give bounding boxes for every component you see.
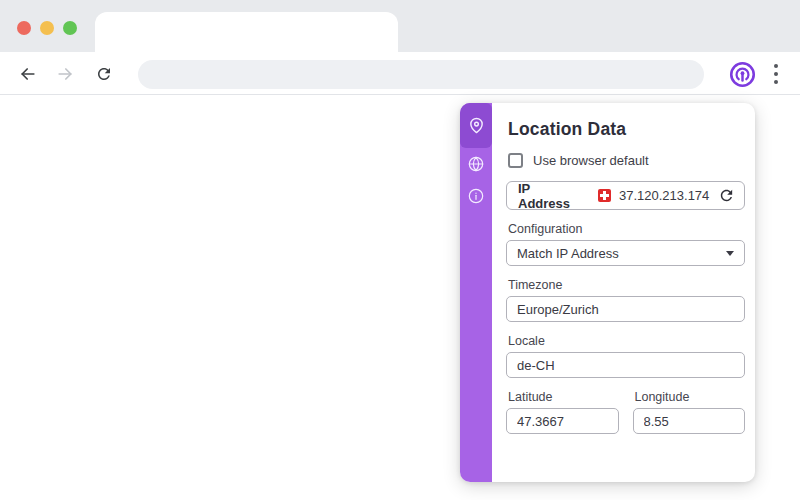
latitude-input[interactable]: [506, 408, 619, 434]
vytal-extension-icon: [729, 61, 756, 88]
reload-icon: [95, 65, 113, 83]
browser-toolbar: [0, 52, 800, 95]
browser-tab[interactable]: [95, 12, 398, 52]
sidebar-tab-browser[interactable]: [460, 148, 492, 180]
ip-refresh-button[interactable]: [717, 187, 735, 205]
longitude-input[interactable]: [633, 408, 746, 434]
configuration-select[interactable]: Match IP Address: [506, 240, 745, 266]
page-title: Location Data: [508, 119, 745, 140]
close-window-button[interactable]: [17, 21, 31, 35]
url-bar[interactable]: [138, 60, 704, 89]
refresh-icon: [718, 187, 735, 204]
switzerland-flag-icon: [598, 189, 611, 202]
browser-tab-strip: [0, 0, 800, 52]
timezone-label: Timezone: [508, 278, 745, 292]
ip-address-label: IP Address: [518, 181, 584, 211]
location-data-panel: Location Data Use browser default IP Add…: [460, 103, 755, 482]
back-arrow-icon: [18, 64, 38, 84]
globe-icon: [468, 156, 484, 172]
back-button[interactable]: [15, 61, 41, 87]
ip-address-value: 37.120.213.174: [619, 188, 709, 203]
use-browser-default-label: Use browser default: [533, 153, 649, 168]
configuration-label: Configuration: [508, 222, 745, 236]
panel-content: Location Data Use browser default IP Add…: [492, 103, 755, 482]
vytal-extension-button[interactable]: [728, 60, 756, 88]
configuration-selected-value: Match IP Address: [517, 246, 619, 261]
use-browser-default-row: Use browser default: [508, 153, 745, 168]
maximize-window-button[interactable]: [63, 21, 77, 35]
location-pin-icon: [468, 117, 485, 134]
sidebar-tab-location[interactable]: [460, 103, 492, 148]
latitude-label: Latitude: [508, 390, 619, 404]
locale-input[interactable]: [506, 352, 745, 378]
reload-button[interactable]: [91, 61, 117, 87]
longitude-label: Longitude: [635, 390, 746, 404]
ip-address-box: IP Address 37.120.213.174: [506, 181, 745, 210]
locale-label: Locale: [508, 334, 745, 348]
panel-sidebar: [460, 103, 492, 482]
timezone-input[interactable]: [506, 296, 745, 322]
forward-button[interactable]: [52, 61, 78, 87]
forward-arrow-icon: [55, 64, 75, 84]
browser-menu-button[interactable]: [768, 61, 784, 87]
sidebar-tab-info[interactable]: [460, 180, 492, 212]
use-browser-default-checkbox[interactable]: [508, 153, 523, 168]
minimize-window-button[interactable]: [40, 21, 54, 35]
chevron-down-icon: [726, 251, 734, 256]
info-icon: [468, 188, 484, 204]
coordinates-row: Latitude Longitude: [506, 378, 745, 434]
kebab-menu-icon: [774, 64, 778, 68]
